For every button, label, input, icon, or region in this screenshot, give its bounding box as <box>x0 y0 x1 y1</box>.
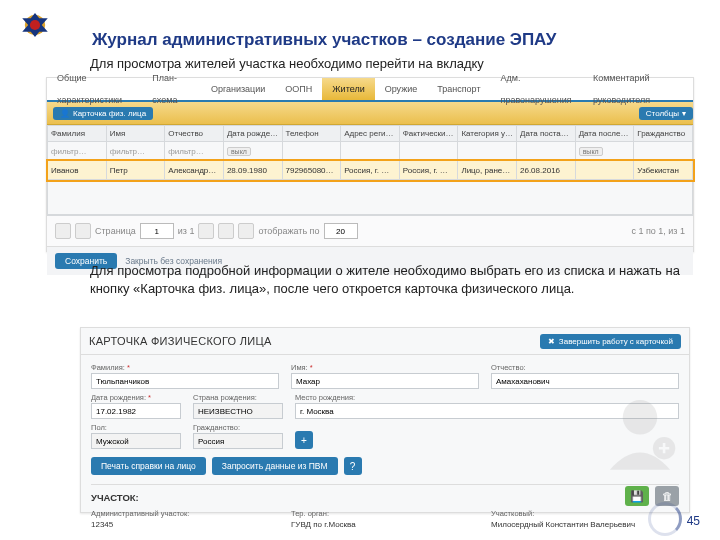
intro-text-2: Для просмотра подробной информации о жит… <box>90 262 680 297</box>
label-firstname: Имя: * <box>291 363 479 372</box>
save-icon: 💾 <box>630 490 644 503</box>
label-midname: Отчество: <box>491 363 679 372</box>
col-citizen[interactable]: Гражданство <box>634 126 693 142</box>
cell-fact: Россия, г. Мо…, Россия, г. Мо… <box>399 161 458 180</box>
slide-title: Журнал административных участков – созда… <box>92 30 556 50</box>
filter-fact[interactable] <box>399 142 458 161</box>
person-card-label: Карточка физ. лица <box>73 109 146 118</box>
label-citizen: Гражданство: <box>193 423 283 432</box>
label-adm: Административный участок: <box>91 509 279 518</box>
label-lastname: Фамилия: * <box>91 363 279 372</box>
firstname-input[interactable] <box>291 373 479 389</box>
save-card-button[interactable]: 💾 <box>625 486 649 506</box>
col-date2[interactable]: Дата после… <box>575 126 634 142</box>
tab-residents[interactable]: Жители <box>322 78 374 100</box>
add-button[interactable]: + <box>295 431 313 449</box>
filter-date2[interactable]: выкл <box>575 142 634 161</box>
page-number: 45 <box>687 514 700 528</box>
pvm-request-button[interactable]: Запросить данные из ПВМ <box>212 457 338 475</box>
filter-row: фильтр… фильтр… фильтр… выкл выкл <box>48 142 693 161</box>
decorative-ring-icon <box>648 502 682 536</box>
filter-citizen[interactable] <box>634 142 693 161</box>
pager-page-label: Страница <box>95 226 136 236</box>
cell-citizen: Узбекистан <box>634 161 693 180</box>
filter-reg[interactable] <box>341 142 400 161</box>
card-title: КАРТОЧКА ФИЗИЧЕСКОГО ЛИЦА <box>89 335 272 347</box>
close-icon: ✖ <box>548 337 555 346</box>
tab-weapons[interactable]: Оружие <box>375 78 428 100</box>
col-cat[interactable]: Категория у… <box>458 126 517 142</box>
filter-midname[interactable]: фильтр… <box>165 142 224 161</box>
cell-tel: 79296508020 84956508010 <box>282 161 341 180</box>
col-midname[interactable]: Отчество <box>165 126 224 142</box>
filter-cat[interactable] <box>458 142 517 161</box>
svg-point-1 <box>30 20 40 30</box>
person-icon: 👤 <box>60 109 70 118</box>
cell-midname: Александро… <box>165 161 224 180</box>
filter-lastname[interactable]: фильтр… <box>48 142 107 161</box>
tab-org[interactable]: Организации <box>201 78 275 100</box>
pager-perpage-input[interactable] <box>324 223 358 239</box>
person-card-button[interactable]: 👤 Карточка физ. лица <box>53 107 153 120</box>
cell-cat: Лицо, ранее … <box>458 161 517 180</box>
pager-range: с 1 по 1, из 1 <box>631 226 685 236</box>
pager-perpage-label: отображать по <box>258 226 319 236</box>
midname-input[interactable] <box>491 373 679 389</box>
pager-first-icon[interactable] <box>55 223 71 239</box>
trash-icon: 🗑 <box>662 490 673 502</box>
col-lastname[interactable]: Фамилия <box>48 126 107 142</box>
cell-firstname: Петр <box>106 161 165 180</box>
chevron-down-icon: ▾ <box>682 109 686 118</box>
section-label: УЧАСТОК: <box>81 488 689 507</box>
cell-lastname: Иванов <box>48 161 107 180</box>
cell-date1: 26.08.2016 <box>517 161 576 180</box>
pager-next-icon[interactable] <box>198 223 214 239</box>
tab-offences[interactable]: Адм. правонарушения <box>491 67 583 111</box>
filter-dob[interactable]: выкл <box>223 142 282 161</box>
filter-date1[interactable] <box>517 142 576 161</box>
value-off: Милосердный Константин Валерьевич <box>491 520 635 529</box>
tab-transport[interactable]: Транспорт <box>427 78 490 100</box>
pager-last-icon[interactable] <box>218 223 234 239</box>
cell-date2 <box>575 161 634 180</box>
residents-table: Фамилия Имя Отчество Дата рожде… Телефон… <box>47 125 693 215</box>
sex-select[interactable] <box>91 433 181 449</box>
label-ter: Тер. орган: <box>291 509 479 518</box>
person-card-panel: КАРТОЧКА ФИЗИЧЕСКОГО ЛИЦА ✖ Завершить ра… <box>80 327 690 513</box>
tab-comment[interactable]: Комментарий руководителя <box>583 67 693 111</box>
tab-bar: Общие характеристики План-схема Организа… <box>47 78 693 102</box>
tab-general[interactable]: Общие характеристики <box>47 67 142 111</box>
col-fact[interactable]: Фактически… <box>399 126 458 142</box>
citizen-select[interactable] <box>193 433 283 449</box>
table-row-empty <box>48 180 693 215</box>
col-date1[interactable]: Дата постан… <box>517 126 576 142</box>
print-button[interactable]: Печать справки на лицо <box>91 457 206 475</box>
person-placeholder-icon <box>597 388 683 474</box>
emblem-icon <box>18 8 52 42</box>
country-select[interactable] <box>193 403 283 419</box>
pager-page-input[interactable] <box>140 223 174 239</box>
tab-plan[interactable]: План-схема <box>142 67 201 111</box>
col-tel[interactable]: Телефон <box>282 126 341 142</box>
columns-button[interactable]: Столбцы ▾ <box>639 107 693 120</box>
col-dob[interactable]: Дата рожде… <box>223 126 282 142</box>
col-firstname[interactable]: Имя <box>106 126 165 142</box>
value-ter: ГУВД по г.Москва <box>291 520 356 529</box>
pager-prev-icon[interactable] <box>75 223 91 239</box>
pager-of: из 1 <box>178 226 195 236</box>
filter-firstname[interactable]: фильтр… <box>106 142 165 161</box>
lastname-input[interactable] <box>91 373 279 389</box>
col-reg[interactable]: Адрес регис… <box>341 126 400 142</box>
table-row[interactable]: Иванов Петр Александро… 28.09.1980 79296… <box>48 161 693 180</box>
pager-refresh-icon[interactable] <box>238 223 254 239</box>
filter-tel[interactable] <box>282 142 341 161</box>
help-button[interactable]: ? <box>344 457 362 475</box>
pager: Страница из 1 отображать по с 1 по 1, из… <box>47 215 693 246</box>
close-card-button[interactable]: ✖ Завершить работу с карточкой <box>540 334 681 349</box>
value-adm: 12345 <box>91 520 113 529</box>
dob-input[interactable] <box>91 403 181 419</box>
cell-dob: 28.09.1980 <box>223 161 282 180</box>
tab-oopn[interactable]: ООПН <box>275 78 322 100</box>
svg-point-2 <box>623 400 657 434</box>
label-sex: Пол: <box>91 423 181 432</box>
